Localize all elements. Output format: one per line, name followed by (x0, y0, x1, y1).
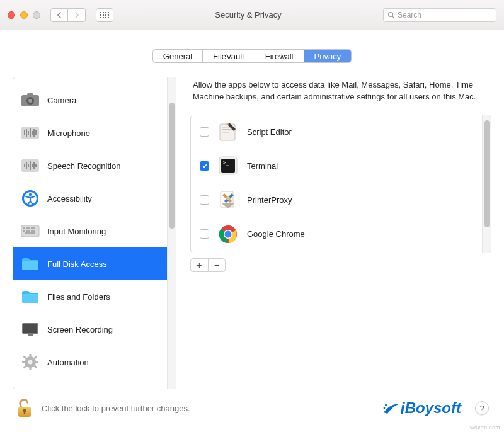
search-input[interactable]: Search (383, 8, 496, 22)
window-controls (8, 11, 40, 19)
svg-rect-27 (26, 227, 28, 229)
camera-icon (21, 91, 40, 110)
tab-privacy[interactable]: Privacy (304, 50, 352, 62)
app-row-terminal[interactable]: >_ Terminal (191, 149, 482, 183)
svg-point-0 (389, 12, 393, 16)
watermark: wsxdn.com (470, 424, 500, 431)
show-all-button[interactable] (96, 8, 113, 22)
tab-bar: General FileVault Firewall Privacy (13, 49, 491, 63)
sidebar-item-full-disk-access[interactable]: Full Disk Access (13, 247, 167, 280)
svg-rect-28 (28, 227, 30, 229)
zoom-window-button[interactable] (33, 11, 40, 19)
folder-icon (21, 254, 40, 273)
back-button[interactable] (50, 8, 68, 22)
app-label: Script Editor (247, 127, 292, 137)
app-row-printerproxy[interactable]: PrinterProxy (191, 183, 482, 217)
svg-rect-66 (24, 411, 25, 414)
microphone-icon (21, 123, 40, 142)
scrollbar-thumb[interactable] (169, 103, 175, 229)
svg-rect-40 (23, 324, 37, 333)
checkbox[interactable] (200, 195, 209, 205)
folder-icon (21, 287, 40, 306)
app-row-google-chrome[interactable]: Google Chrome (191, 217, 482, 251)
description-text: Allow the apps below to access data like… (190, 77, 491, 115)
add-button[interactable]: + (191, 259, 209, 271)
svg-rect-47 (35, 361, 38, 363)
svg-point-67 (385, 404, 387, 406)
svg-rect-41 (28, 334, 33, 336)
app-generic-icon (218, 190, 238, 210)
checkbox[interactable] (200, 127, 209, 137)
sidebar-item-label: Input Monitoring (47, 227, 106, 236)
checkbox[interactable] (200, 161, 209, 171)
svg-line-1 (392, 16, 394, 18)
script-editor-icon (218, 122, 238, 142)
svg-rect-32 (26, 230, 28, 232)
sidebar-item-input-monitoring[interactable]: Input Monitoring (13, 215, 167, 247)
sidebar-item-label: Files and Folders (47, 292, 110, 302)
lock-button[interactable] (15, 397, 34, 419)
app-label: Google Chrome (247, 229, 305, 239)
svg-rect-33 (28, 230, 30, 232)
chevron-right-icon (74, 12, 79, 18)
speech-icon (21, 156, 40, 175)
tab-firewall[interactable]: Firewall (255, 50, 304, 62)
svg-rect-34 (31, 230, 33, 232)
brand-swoosh-icon (382, 400, 401, 416)
app-label: Terminal (247, 161, 278, 171)
minimize-window-button[interactable] (20, 11, 28, 19)
sidebar-item-files-and-folders[interactable]: Files and Folders (13, 280, 167, 313)
window-title: Security & Privacy (120, 10, 377, 20)
lock-hint-text: Click the lock to prevent further change… (42, 404, 375, 413)
svg-rect-38 (22, 294, 38, 303)
footer: Click the lock to prevent further change… (13, 389, 491, 427)
app-row-script-editor[interactable]: Script Editor (191, 115, 482, 149)
content-area: General FileVault Firewall Privacy Camer… (0, 30, 504, 432)
remove-button[interactable]: − (209, 259, 226, 271)
screen-icon (21, 320, 40, 339)
tab-filevault[interactable]: FileVault (203, 50, 255, 62)
tab-general[interactable]: General (153, 50, 203, 62)
sidebar-item-label: Speech Recognition (47, 161, 120, 171)
sidebar-item-screen-recording[interactable]: Screen Recording (13, 313, 167, 346)
svg-rect-55 (222, 132, 229, 133)
sidebar: Camera Microphone Speech Recognition (13, 77, 176, 389)
svg-point-63 (225, 230, 232, 237)
sidebar-item-label: Camera (47, 96, 76, 105)
terminal-icon: >_ (218, 156, 238, 176)
forward-button[interactable] (68, 8, 86, 22)
svg-point-68 (384, 407, 386, 409)
sidebar-item-speech-recognition[interactable]: Speech Recognition (13, 149, 167, 182)
sidebar-item-microphone[interactable]: Microphone (13, 117, 167, 149)
svg-rect-45 (30, 367, 32, 370)
sidebar-item-label: Screen Recording (47, 325, 113, 334)
help-button[interactable]: ? (475, 401, 489, 415)
brand-logo: iBoysoft (382, 399, 461, 418)
titlebar: Security & Privacy Search (0, 0, 504, 30)
gear-icon (21, 353, 40, 372)
sidebar-item-camera[interactable]: Camera (13, 84, 167, 117)
chrome-icon (218, 224, 238, 244)
sidebar-item-automation[interactable]: Automation (13, 346, 167, 378)
svg-rect-46 (22, 361, 25, 363)
grid-icon (100, 12, 109, 18)
svg-point-43 (28, 360, 33, 365)
svg-rect-44 (30, 354, 32, 357)
search-icon (387, 11, 395, 19)
svg-rect-29 (31, 227, 33, 229)
accessibility-icon (21, 189, 40, 208)
sidebar-item-label: Accessibility (47, 194, 92, 203)
sidebar-item-label: Full Disk Access (47, 259, 107, 269)
svg-rect-54 (222, 129, 233, 130)
svg-point-24 (29, 193, 32, 196)
close-window-button[interactable] (8, 11, 15, 19)
sidebar-scrollbar[interactable] (167, 77, 176, 389)
scrollbar-thumb[interactable] (484, 120, 490, 227)
applist-scrollbar[interactable] (482, 115, 491, 253)
svg-rect-36 (25, 232, 35, 234)
brand-text: Boysoft (405, 399, 461, 417)
sidebar-item-accessibility[interactable]: Accessibility (13, 182, 167, 215)
checkbox[interactable] (200, 229, 209, 239)
svg-point-5 (28, 99, 32, 103)
nav-buttons (50, 8, 86, 22)
